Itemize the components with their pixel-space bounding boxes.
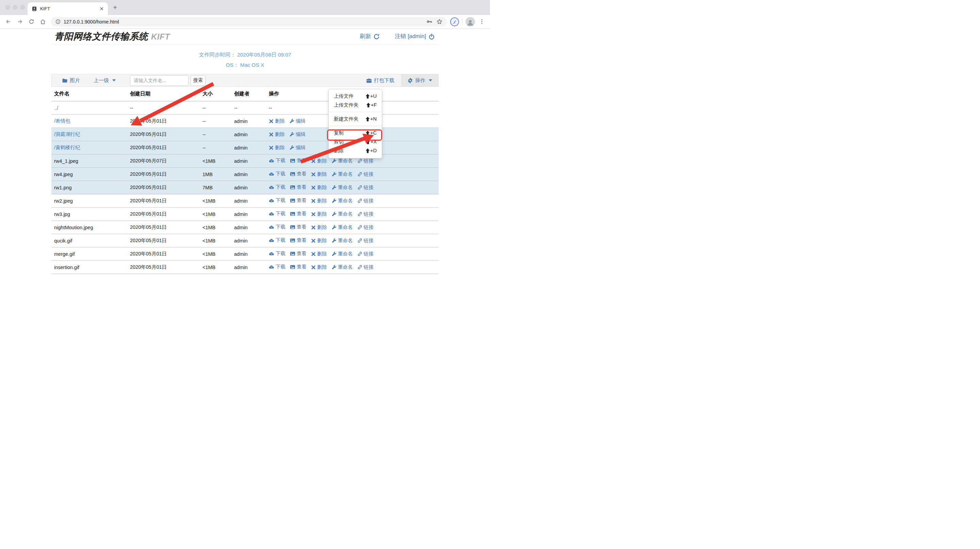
cell-created-date: 2020年05月07日 <box>127 154 200 168</box>
logout-link[interactable]: 注销 [admin] <box>395 33 435 40</box>
rename-link[interactable]: 重命名 <box>331 264 353 270</box>
edit-link[interactable]: 编辑 <box>289 144 305 151</box>
menu-item-0[interactable]: 上传文件+U <box>329 92 382 101</box>
download-link[interactable]: 下载 <box>269 157 285 164</box>
new-tab-button[interactable]: + <box>113 3 117 11</box>
table-row[interactable]: rw2.jpeg2020年05月01日<1MBadmin下载查看删除重命名链接 <box>51 194 439 207</box>
file-name: rw1.png <box>54 185 72 190</box>
share-link[interactable]: 链接 <box>357 198 374 204</box>
view-link[interactable]: 查看 <box>290 197 307 204</box>
parent-folder-link[interactable]: ../ <box>54 105 58 111</box>
up-level-dropdown[interactable]: 上一级 <box>94 77 116 84</box>
share-link[interactable]: 链接 <box>357 251 374 257</box>
download-link[interactable]: 下载 <box>269 184 285 190</box>
delete-link[interactable]: 删除 <box>311 198 327 204</box>
delete-link[interactable]: 删除 <box>311 158 327 164</box>
forward-icon[interactable] <box>15 17 24 27</box>
menu-item-5[interactable]: 删除+D <box>329 146 382 155</box>
edit-link[interactable]: 编辑 <box>289 131 305 137</box>
share-link[interactable]: 链接 <box>357 211 374 217</box>
download-link[interactable]: 下载 <box>269 263 285 270</box>
delete-link[interactable]: 删除 <box>311 211 327 217</box>
delete-link[interactable]: 删除 <box>269 131 285 137</box>
current-folder-link[interactable]: 图片 <box>62 77 80 84</box>
search-button[interactable]: 搜索 <box>191 75 205 86</box>
table-row[interactable]: rw1.png2020年05月01日7MBadmin下载查看删除重命名链接 <box>51 181 439 194</box>
delete-link[interactable]: 删除 <box>311 237 327 244</box>
reload-icon[interactable] <box>27 17 36 27</box>
view-link[interactable]: 查看 <box>290 237 307 244</box>
table-row[interactable]: rw4.jpeg2020年05月01日1MBadmin下载查看删除重命名链接 <box>51 168 439 181</box>
table-row[interactable]: qucik.gif2020年05月01日<1MBadmin下载查看删除重命名链接 <box>51 234 439 247</box>
actions-dropdown-button[interactable]: 操作 <box>401 74 438 86</box>
delete-link[interactable]: 删除 <box>311 224 327 231</box>
menu-item-label: 删除 <box>334 147 344 154</box>
download-link[interactable]: 下载 <box>269 211 285 217</box>
share-link[interactable]: 链接 <box>357 184 374 191</box>
folder-link[interactable]: /洞庭湖行纪 <box>54 131 80 137</box>
table-row[interactable]: rw3.jpg2020年05月01日<1MBadmin下载查看删除重命名链接 <box>51 207 439 221</box>
zoom-window-button[interactable] <box>21 5 25 10</box>
rename-link[interactable]: 重命名 <box>331 171 353 177</box>
folder-link[interactable]: /黄鹤楼行纪 <box>54 145 80 150</box>
edit-link[interactable]: 编辑 <box>289 118 305 124</box>
download-link[interactable]: 下载 <box>269 237 285 244</box>
rename-link[interactable]: 重命名 <box>331 184 353 191</box>
share-link[interactable]: 链接 <box>357 158 374 164</box>
view-link[interactable]: 查看 <box>290 224 307 230</box>
chain-link-icon <box>357 238 363 243</box>
download-link[interactable]: 下载 <box>269 250 285 257</box>
view-link[interactable]: 查看 <box>290 211 307 217</box>
address-bar[interactable]: 127.0.0.1:9000/home.html <box>51 17 447 27</box>
share-link[interactable]: 链接 <box>357 224 374 231</box>
search-input[interactable] <box>130 75 189 86</box>
delete-link[interactable]: 删除 <box>311 264 327 270</box>
rename-link[interactable]: 重命名 <box>331 251 353 257</box>
rename-link[interactable]: 重命名 <box>331 224 353 231</box>
folder-link[interactable]: /表情包 <box>54 118 70 124</box>
view-link[interactable]: 查看 <box>290 250 307 257</box>
share-link[interactable]: 链接 <box>357 237 374 244</box>
rename-link[interactable]: 重命名 <box>331 158 353 164</box>
delete-link[interactable]: 删除 <box>269 118 285 124</box>
menu-item-4[interactable]: 剪切+X <box>329 137 382 146</box>
extension-icon[interactable] <box>450 18 459 26</box>
rename-link[interactable]: 重命名 <box>331 198 353 204</box>
view-link[interactable]: 查看 <box>290 157 307 164</box>
table-row[interactable]: nightMoution.jpeg2020年05月01日<1MBadmin下载查… <box>51 221 439 234</box>
info-icon[interactable] <box>56 19 60 24</box>
menu-item-1[interactable]: 上传文件夹+F <box>329 101 382 109</box>
minimize-window-button[interactable] <box>13 5 18 10</box>
share-link[interactable]: 链接 <box>357 264 374 270</box>
download-link[interactable]: 下载 <box>269 171 285 177</box>
package-download-link[interactable]: 打包下载 <box>366 77 395 84</box>
menu-item-2[interactable]: 新建文件夹+N <box>329 115 382 123</box>
browser-menu-icon[interactable] <box>477 17 487 27</box>
view-link[interactable]: 查看 <box>290 184 307 190</box>
home-icon[interactable] <box>38 17 48 27</box>
view-link[interactable]: 查看 <box>290 171 307 177</box>
delete-link[interactable]: 删除 <box>269 144 285 151</box>
refresh-link[interactable]: 刷新 <box>360 33 380 40</box>
rename-link[interactable]: 重命名 <box>331 237 353 244</box>
delete-link[interactable]: 删除 <box>311 184 327 191</box>
key-icon[interactable] <box>427 19 433 24</box>
table-row[interactable]: insertion.gif2020年05月01日<1MBadmin下载查看删除重… <box>51 260 439 274</box>
download-link[interactable]: 下载 <box>269 197 285 204</box>
download-link[interactable]: 下载 <box>269 224 285 230</box>
close-window-button[interactable] <box>5 5 10 10</box>
cell-size: <1MB <box>200 207 231 221</box>
delete-link[interactable]: 删除 <box>311 171 327 177</box>
delete-link[interactable]: 删除 <box>311 251 327 257</box>
view-link[interactable]: 查看 <box>290 263 307 270</box>
cell-created-date: 2020年05月01日 <box>127 128 200 141</box>
browser-tab[interactable]: KIFT ✕ <box>27 2 108 15</box>
menu-item-copy-highlighted[interactable]: 复制+C <box>329 128 382 137</box>
share-link[interactable]: 链接 <box>357 171 374 177</box>
profile-avatar[interactable] <box>466 17 475 27</box>
rename-link[interactable]: 重命名 <box>331 211 353 217</box>
back-icon[interactable] <box>3 17 13 27</box>
bookmark-star-icon[interactable] <box>437 19 442 24</box>
tab-close-icon[interactable]: ✕ <box>99 6 104 11</box>
table-row[interactable]: merge.gif2020年05月01日<1MBadmin下载查看删除重命名链接 <box>51 247 439 260</box>
